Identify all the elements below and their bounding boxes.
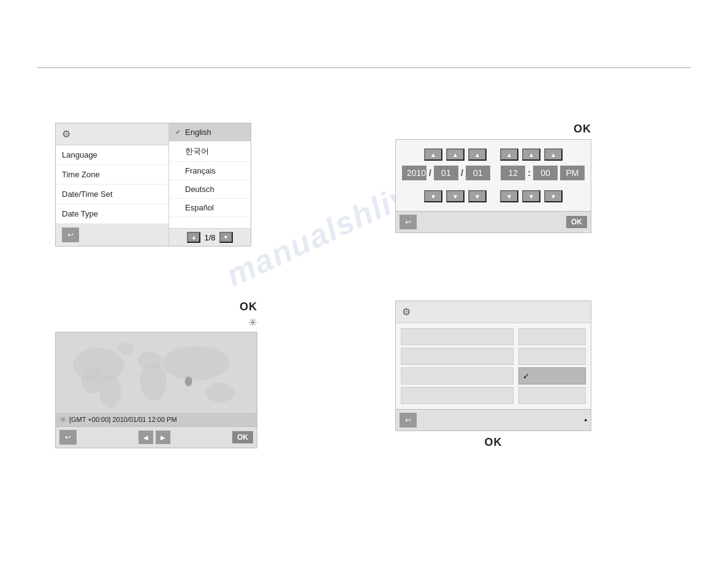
time-colon: :	[528, 168, 531, 178]
year-field[interactable]: 2010	[402, 166, 427, 180]
datetype-panel: ⚙ ✓ ↩ • OK	[395, 301, 591, 453]
gear-icon: ⚙	[62, 128, 70, 140]
hour-up-button[interactable]: ▲	[500, 148, 518, 161]
svg-point-5	[162, 346, 229, 380]
dt-back-button[interactable]: ↩	[400, 215, 417, 229]
hour-down-button[interactable]: ▼	[500, 190, 518, 202]
lang-option-korean[interactable]: 한국어	[169, 142, 251, 162]
menu-item-language[interactable]: Language	[56, 145, 169, 165]
day-down-button[interactable]: ▼	[468, 190, 487, 202]
svg-point-7	[206, 383, 235, 402]
map-ok-button[interactable]: OK	[232, 431, 253, 443]
datetime-footer: ↩ OK	[395, 212, 591, 233]
menu-item-datetype[interactable]: Date Type	[56, 204, 169, 224]
worldmap-ok-label: OK	[55, 301, 257, 313]
datetype-gear-icon: ⚙	[402, 306, 411, 318]
dt-ok-button[interactable]: OK	[566, 216, 587, 228]
month-up-button[interactable]: ▲	[446, 148, 464, 161]
datetype-option-1[interactable]	[518, 328, 586, 345]
map-prev-button[interactable]: ◀	[138, 431, 153, 444]
datetype-left-col	[401, 328, 514, 404]
menu-item-datetime[interactable]: Date/Time Set	[56, 185, 169, 204]
datetime-box: ▲ ▲ ▲ ▲ ▲ ▲ 2010 / 01 / 01 12 : 00 PM ▼ …	[395, 139, 591, 212]
lang-label-french: Français	[185, 166, 216, 175]
hour-field[interactable]: 12	[501, 166, 525, 180]
gear-header-row: ⚙	[56, 123, 169, 145]
top-divider	[37, 67, 691, 68]
svg-point-4	[140, 362, 167, 401]
lang-option-spanish[interactable]: Español	[169, 199, 251, 217]
ampm-up-button[interactable]: ▲	[544, 148, 563, 161]
lang-option-german[interactable]: Deutsch	[169, 180, 251, 199]
worldmap-panel: OK ✳ ✳ [GMT +00:00] 2010/01/01 12:00	[55, 301, 257, 448]
datetime-panel: OK ▲ ▲ ▲ ▲ ▲ ▲ 2010 / 01 / 01 12 : 00 PM…	[395, 123, 591, 233]
sun-icon-top: ✳	[55, 316, 257, 329]
datetype-footer: ↩ •	[395, 410, 591, 431]
day-up-button[interactable]: ▲	[468, 148, 487, 161]
month-field[interactable]: 01	[434, 166, 458, 180]
sep1: /	[429, 168, 431, 178]
datetype-box: ⚙ ✓	[395, 301, 591, 410]
language-list: ✓ English 한국어 Français Deutsch Español ▲…	[169, 123, 251, 246]
lang-option-english[interactable]: ✓ English	[169, 123, 251, 142]
map-next-button[interactable]: ▶	[156, 431, 170, 444]
menu-item-timezone[interactable]: Time Zone	[56, 165, 169, 185]
lang-pagination: ▲ 1/8 ▼	[169, 228, 251, 246]
map-container: ✳ [GMT +00:00] 2010/01/01 12:00 PM	[55, 332, 257, 427]
language-menu-left: ⚙ Language Time Zone Date/Time Set Date …	[56, 123, 169, 246]
month-down-button[interactable]: ▼	[446, 190, 464, 202]
datetype-ok-label: OK	[395, 436, 591, 449]
language-panel: ⚙ Language Time Zone Date/Time Set Date …	[55, 123, 251, 247]
sun-icon-status: ✳	[59, 415, 67, 424]
year-up-button[interactable]: ▲	[424, 148, 442, 161]
datetime-ok-label: OK	[395, 123, 591, 136]
datetype-option-2[interactable]	[518, 348, 586, 365]
back-button[interactable]: ↩	[62, 228, 79, 242]
datetype-left-row-3	[401, 367, 514, 385]
datetype-left-row-1	[401, 328, 514, 345]
datetype-left-row-4	[401, 387, 514, 404]
lang-prev-button[interactable]: ▲	[187, 232, 200, 243]
year-down-button[interactable]: ▼	[424, 190, 442, 202]
datetype-option-3[interactable]: ✓	[518, 367, 586, 385]
lang-label-korean: 한국어	[185, 146, 209, 157]
back-row: ↩	[56, 224, 169, 246]
dt-down-controls: ▼ ▼ ▼ ▼ ▼ ▼	[402, 185, 585, 202]
lang-next-button[interactable]: ▼	[219, 232, 233, 243]
svg-point-6	[185, 377, 192, 386]
lang-label-german: Deutsch	[185, 185, 214, 194]
datetype-check-icon: ✓	[523, 372, 529, 381]
datetype-option-4[interactable]	[518, 387, 586, 404]
datetype-right-col: ✓	[518, 328, 586, 404]
lang-label-english: English	[185, 128, 211, 137]
map-status-text: [GMT +00:00] 2010/01/01 12:00 PM	[69, 416, 177, 423]
checkmark-icon	[175, 186, 183, 193]
day-field[interactable]: 01	[466, 166, 490, 180]
minute-down-button[interactable]: ▼	[522, 190, 540, 202]
checkmark-icon: ✓	[175, 128, 183, 136]
datetype-dot-indicator: •	[584, 416, 587, 425]
ampm-field[interactable]: PM	[560, 166, 585, 180]
dt-fields-row: 2010 / 01 / 01 12 : 00 PM	[402, 166, 585, 180]
checkmark-icon	[175, 148, 183, 155]
datetype-left-row-2	[401, 348, 514, 365]
lang-option-french[interactable]: Français	[169, 162, 251, 180]
minute-field[interactable]: 00	[533, 166, 558, 180]
svg-point-2	[100, 374, 122, 408]
checkmark-icon	[175, 167, 183, 175]
checkmark-icon	[175, 204, 183, 212]
minute-up-button[interactable]: ▲	[522, 148, 540, 161]
map-status-bar: ✳ [GMT +00:00] 2010/01/01 12:00 PM	[56, 413, 257, 426]
datetype-content: ✓	[396, 323, 591, 409]
sep2: /	[461, 168, 463, 178]
svg-point-8	[117, 342, 134, 354]
map-footer: ↩ ◀ ▶ OK	[55, 427, 257, 448]
lang-label-spanish: Español	[185, 203, 214, 212]
lang-page-info: 1/8	[204, 233, 215, 242]
datetype-back-button[interactable]: ↩	[400, 413, 417, 427]
ampm-down-button[interactable]: ▼	[544, 190, 563, 202]
dt-up-controls: ▲ ▲ ▲ ▲ ▲ ▲	[402, 148, 585, 161]
world-map-svg	[56, 337, 257, 417]
map-back-button[interactable]: ↩	[59, 430, 77, 445]
datetype-header: ⚙	[396, 301, 591, 323]
